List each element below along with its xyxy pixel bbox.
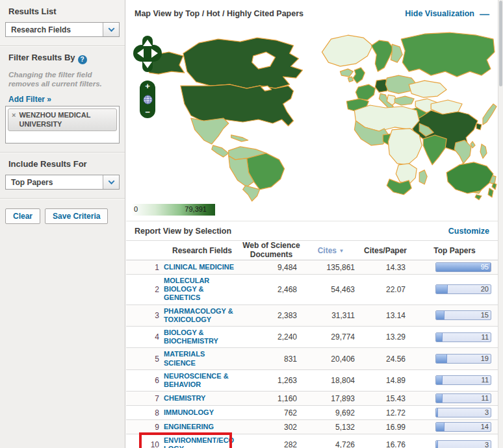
- map-countries: [146, 32, 497, 201]
- research-field-link[interactable]: CLINICAL MEDICINE: [164, 263, 240, 271]
- cites-per-paper-cell: 16.76: [359, 440, 411, 448]
- documents-column-header: Web of Science Documents: [240, 242, 302, 258]
- zoom-in-icon[interactable]: +: [145, 82, 150, 90]
- research-field-link[interactable]: BIOLOGY & BIOCHEMISTRY: [164, 329, 240, 345]
- report-panel-header: Report View by Selection Customize: [126, 221, 498, 241]
- cites-per-paper-cell: 13.14: [359, 311, 411, 320]
- documents-cell: 9,484: [240, 263, 302, 272]
- documents-cell: 282: [240, 440, 302, 448]
- table-row: 9 ENGINEERING 302 5,132 16.99 14: [126, 420, 498, 434]
- legend-min-value: 0: [134, 205, 138, 213]
- globe-icon[interactable]: [143, 95, 153, 105]
- cites-column-header[interactable]: Cites ▼: [302, 246, 359, 255]
- filter-box[interactable]: × WENZHOU MEDICAL UNIVERSITY: [5, 106, 120, 143]
- top-papers-bar: 11: [435, 375, 491, 385]
- documents-cell: 2,240: [240, 332, 302, 342]
- sidebar-buttons: Clear Save Criteria: [0, 199, 125, 234]
- esi-app-window: Results List Research Fields Filter Resu…: [0, 0, 503, 448]
- cites-cell: 4,726: [302, 440, 359, 448]
- top-papers-cell: 15: [411, 310, 498, 320]
- top-papers-cell: 3: [411, 440, 498, 448]
- top-papers-value: 15: [481, 311, 489, 319]
- top-papers-value: 11: [482, 333, 489, 342]
- clear-button[interactable]: Clear: [5, 208, 40, 224]
- top-papers-bar: 11: [435, 332, 491, 342]
- table-row: 7 CHEMISTRY 1,160 17,893 15.43 11: [126, 392, 498, 406]
- cites-cell: 20,406: [302, 355, 359, 364]
- top-papers-bar: 14: [435, 422, 491, 432]
- include-results-dropdown-value: Top Papers: [6, 178, 53, 187]
- research-field-link[interactable]: IMMUNOLOGY: [164, 408, 240, 417]
- filter-tag-label: WENZHOU MEDICAL UNIVERSITY: [19, 111, 112, 128]
- documents-cell: 2,468: [240, 285, 302, 294]
- cites-per-paper-cell: 12.72: [359, 408, 411, 417]
- legend-max-value: 79,391: [185, 205, 207, 213]
- top-papers-value: 3: [485, 441, 489, 448]
- map-legend-gradient: 0 79,391: [132, 204, 215, 216]
- hide-visualization-label: Hide Visualization: [405, 9, 474, 18]
- top-papers-value: 95: [481, 263, 489, 271]
- rank-cell: 6: [126, 376, 164, 385]
- research-field-link[interactable]: MOLECULAR BIOLOGY & GENETICS: [164, 277, 240, 303]
- top-papers-value: 11: [482, 376, 489, 384]
- top-papers-bar-fill: [436, 285, 448, 293]
- research-field-link[interactable]: ENGINEERING: [164, 423, 240, 431]
- results-list-heading: Results List: [5, 6, 120, 16]
- customize-link[interactable]: Customize: [448, 227, 489, 236]
- table-row: 1 CLINICAL MEDICINE 9,484 135,861 14.33 …: [126, 260, 498, 275]
- cites-per-paper-column-header: Cites/Paper: [359, 246, 411, 255]
- include-results-dropdown[interactable]: Top Papers: [5, 175, 120, 190]
- rank-cell: 3: [126, 311, 164, 320]
- top-papers-bar-fill: [436, 333, 443, 342]
- cites-per-paper-cell: 24.56: [359, 355, 411, 364]
- top-papers-bar: 20: [435, 284, 491, 294]
- results-list-dropdown[interactable]: Research Fields: [5, 22, 120, 37]
- zoom-control[interactable]: + −: [140, 81, 155, 118]
- help-icon[interactable]: ?: [78, 55, 87, 64]
- hide-visualization-link[interactable]: Hide Visualization —: [405, 9, 489, 19]
- top-papers-cell: 11: [411, 332, 498, 342]
- documents-cell: 302: [240, 423, 302, 432]
- filter-tag: × WENZHOU MEDICAL UNIVERSITY: [8, 108, 117, 131]
- sort-descending-icon: ▼: [339, 248, 344, 254]
- vertical-scrollbar[interactable]: [498, 0, 503, 448]
- research-field-link[interactable]: MATERIALS SCIENCE: [164, 350, 240, 367]
- results-list-section: Results List Research Fields: [0, 0, 125, 46]
- pan-control[interactable]: [133, 35, 162, 73]
- research-field-link[interactable]: CHEMISTRY: [164, 394, 240, 403]
- rank-cell: 4: [126, 332, 164, 342]
- cites-per-paper-cell: 13.29: [359, 332, 411, 342]
- research-field-link[interactable]: NEUROSCIENCE & BEHAVIOR: [164, 372, 240, 389]
- top-papers-bar: 19: [435, 354, 491, 364]
- top-papers-bar-fill: [436, 423, 445, 431]
- research-field-link[interactable]: ENVIRONMENT/ECOLOGY: [164, 436, 240, 448]
- remove-filter-icon[interactable]: ×: [12, 111, 16, 119]
- cites-per-paper-cell: 14.89: [359, 376, 411, 385]
- filter-section: Filter Results By? Changing the filter f…: [0, 46, 125, 153]
- dropdown-button[interactable]: [103, 23, 119, 36]
- cites-cell: 54,463: [302, 285, 359, 294]
- map-legend-row: 0 79,391: [126, 203, 498, 221]
- top-papers-cell: 20: [411, 284, 498, 294]
- table-header-row: Research Fields Web of Science Documents…: [126, 241, 498, 260]
- top-papers-value: 3: [485, 408, 489, 417]
- table-row: 4 BIOLOGY & BIOCHEMISTRY 2,240 29,774 13…: [126, 327, 498, 348]
- filter-heading: Filter Results By?: [5, 53, 120, 64]
- collapse-minus-icon: —: [480, 9, 489, 19]
- add-filter-link[interactable]: Add Filter »: [8, 95, 51, 104]
- top-papers-value: 11: [482, 394, 489, 403]
- documents-cell: 2,383: [240, 311, 302, 320]
- table-row: 8 IMMUNOLOGY 762 9,692 12.72 3: [126, 406, 498, 420]
- scrollbar-thumb[interactable]: [499, 1, 502, 86]
- save-criteria-button[interactable]: Save Criteria: [45, 208, 108, 224]
- top-papers-bar-fill: [436, 441, 438, 448]
- world-map[interactable]: + −: [126, 27, 498, 203]
- top-papers-cell: 3: [411, 408, 498, 417]
- top-papers-bar-fill: [436, 376, 443, 384]
- dropdown-button[interactable]: [103, 175, 119, 189]
- cites-cell: 18,804: [302, 376, 359, 385]
- research-field-link[interactable]: PHARMACOLOGY & TOXICOLOGY: [164, 307, 240, 324]
- cites-cell: 135,861: [302, 263, 359, 272]
- filter-note: Changing the filter field removes all cu…: [8, 70, 116, 90]
- zoom-out-icon[interactable]: −: [145, 108, 150, 116]
